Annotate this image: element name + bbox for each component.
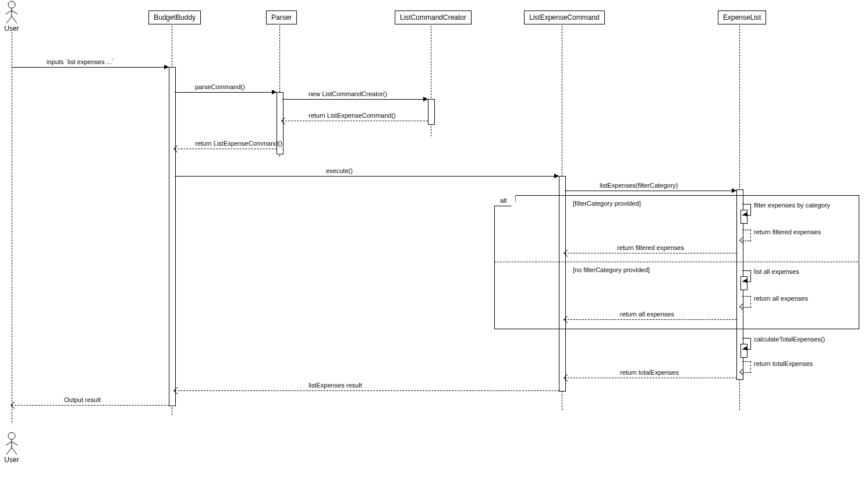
svg-line-10 (6, 448, 12, 455)
msg-rettotal: return totalExpenses (754, 360, 813, 367)
arrow-m10 (565, 253, 736, 253)
arrow-m18 (12, 405, 169, 406)
arrowhead-m6 (554, 174, 559, 178)
lifeline-head-listexpensecommand: ListExpenseCommand (524, 10, 605, 24)
msg-rettotal2: return totalExpenses (620, 369, 679, 376)
svg-point-6 (8, 432, 15, 439)
actor-user-top-label: User (3, 24, 20, 33)
msg-filter: filter expenses by category (754, 202, 830, 209)
msg-listexpenses: listExpenses(filterCategory) (600, 182, 678, 189)
alt-divider (494, 262, 858, 262)
arrowhead-m14 (743, 346, 747, 351)
lifeline-head-expenselist: ExpenseList (718, 10, 766, 24)
svg-point-0 (8, 1, 15, 8)
msg-retfilt2: return filtered expenses (617, 244, 684, 251)
stickman-icon (3, 431, 20, 455)
activation-listcommandcreator (428, 99, 435, 125)
arrow-m1 (12, 67, 169, 68)
arrowhead-m1 (164, 65, 169, 69)
arrowhead-m2 (272, 90, 277, 94)
svg-line-11 (12, 448, 17, 455)
lifeline-user (12, 32, 12, 422)
lifeline-head-parser: Parser (266, 10, 297, 24)
alt-fragment (494, 195, 859, 329)
svg-line-8 (6, 442, 12, 445)
arrow-m6 (175, 176, 559, 177)
msg-ret-lec: return ListExpenseCommand() (309, 112, 396, 119)
svg-line-2 (6, 10, 12, 14)
msg-retall: return all expenses (754, 295, 808, 302)
actor-user-bottom-label: User (3, 456, 20, 464)
msg-execute: execute() (326, 167, 353, 174)
arrowhead-m11 (743, 279, 747, 283)
lifeline-head-budgetbuddy: BudgetBuddy (148, 10, 201, 24)
arrowhead-m8 (743, 212, 747, 217)
svg-line-5 (12, 16, 17, 23)
arrow-m2 (175, 92, 277, 93)
guard-1: [filterCategory provided] (573, 200, 641, 207)
msg-result: listExpenses result (309, 382, 362, 389)
msg-parsecommand: parseCommand() (195, 83, 245, 90)
activation-budgetbuddy (169, 67, 176, 406)
msg-ret-lec2: return ListExpenseCommand() (195, 140, 282, 147)
alt-label: alt (494, 195, 516, 206)
msg-input: inputs `list expenses ...` (47, 58, 114, 65)
actor-user-top: User (3, 0, 20, 33)
actor-user-bottom: User (3, 431, 20, 464)
svg-line-3 (12, 10, 17, 14)
stickman-icon (3, 0, 20, 23)
msg-retall2: return all expenses (620, 311, 674, 318)
svg-line-9 (12, 442, 17, 445)
msg-calc: calculateTotalExpenses() (754, 336, 825, 343)
lifeline-head-listcommandcreator: ListCommandCreator (395, 10, 472, 24)
msg-output: Output result (64, 396, 101, 403)
arrow-m5 (175, 149, 277, 149)
arrowhead-m7 (732, 188, 736, 193)
guard-2: [no filterCategory provided] (573, 266, 650, 273)
arrow-m13 (565, 319, 736, 320)
sequence-diagram: User BudgetBuddy Parser ListCommandCreat… (0, 0, 868, 479)
svg-line-4 (6, 16, 12, 23)
arrow-m7 (565, 191, 736, 191)
msg-listall: list all expenses (754, 268, 799, 275)
arrow-m4 (282, 121, 428, 121)
arrow-m16 (565, 378, 736, 378)
arrowhead-m3 (423, 97, 428, 101)
arrow-m17 (175, 390, 559, 391)
arrow-m3 (282, 99, 428, 100)
msg-newlcc: new ListCommandCreator() (309, 90, 387, 97)
msg-retfilt: return filtered expenses (754, 228, 821, 235)
